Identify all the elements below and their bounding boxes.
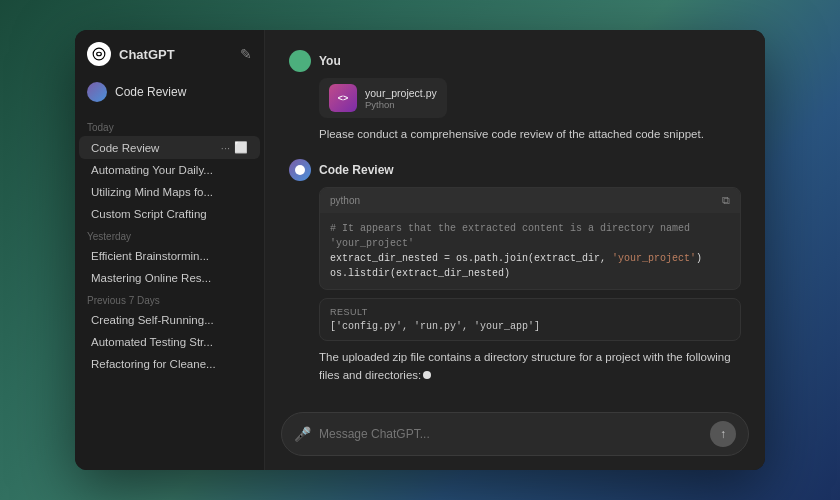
sidebar-item-icons: ··· ⬜: [221, 141, 248, 154]
sidebar-item-text: Utilizing Mind Maps fo...: [91, 186, 248, 198]
typing-cursor: [423, 371, 431, 379]
result-label: RESULT: [330, 307, 730, 317]
code-content: # It appears that the extracted content …: [320, 213, 740, 289]
sidebar-item-mastering[interactable]: Mastering Online Res...: [79, 267, 260, 289]
active-chat-avatar: [87, 82, 107, 102]
sidebar-item-self-running[interactable]: Creating Self-Running...: [79, 309, 260, 331]
bot-message-text: The uploaded zip file contains a directo…: [319, 349, 741, 384]
svg-point-0: [93, 48, 105, 60]
code-block-header: python ⧉: [320, 188, 740, 213]
send-button[interactable]: ↑: [710, 421, 736, 447]
main-content: You <> your_project.py Python Please con…: [265, 30, 765, 470]
user-avatar: [289, 50, 311, 72]
message-input[interactable]: [319, 427, 702, 441]
file-info: your_project.py Python: [365, 87, 437, 110]
sidebar-item-text: Efficient Brainstormin...: [91, 250, 248, 262]
sidebar-item-text: Mastering Online Res...: [91, 272, 248, 284]
user-message-group: You <> your_project.py Python Please con…: [289, 50, 741, 143]
sidebar-section-previous: Previous 7 Days Creating Self-Running...…: [75, 289, 264, 375]
bot-avatar: [289, 159, 311, 181]
active-chat-item[interactable]: Code Review: [75, 76, 264, 108]
sidebar-item-refactoring[interactable]: Refactoring for Cleane...: [79, 353, 260, 375]
more-icon[interactable]: ···: [221, 142, 230, 154]
sidebar-section-today: Today Code Review ··· ⬜ Automating Your …: [75, 116, 264, 225]
user-message-header: You: [289, 50, 741, 72]
bot-message-body: python ⧉ # It appears that the extracted…: [319, 187, 741, 384]
user-sender-name: You: [319, 54, 341, 68]
sidebar-item-automating[interactable]: Automating Your Daily...: [79, 159, 260, 181]
microphone-icon[interactable]: 🎤: [294, 426, 311, 442]
app-window: ChatGPT ✎ Code Review Today Code Review …: [75, 30, 765, 470]
file-name: your_project.py: [365, 87, 437, 99]
sidebar-item-text: Refactoring for Cleane...: [91, 358, 248, 370]
send-icon: ↑: [720, 427, 726, 441]
code-line-3: extract_dir_nested = os.path.join(extrac…: [330, 251, 730, 266]
file-attachment[interactable]: <> your_project.py Python: [319, 78, 447, 118]
code-line-4: os.listdir(extract_dir_nested): [330, 266, 730, 281]
sidebar-item-text: Automating Your Daily...: [91, 164, 248, 176]
bookmark-icon[interactable]: ⬜: [234, 141, 248, 154]
sidebar-item-text: Automated Testing Str...: [91, 336, 248, 348]
chat-area: You <> your_project.py Python Please con…: [265, 30, 765, 404]
section-label-previous: Previous 7 Days: [75, 289, 264, 309]
code-line-1: # It appears that the extracted content …: [330, 221, 730, 236]
code-line-2: 'your_project': [330, 236, 730, 251]
section-label-today: Today: [75, 116, 264, 136]
svg-point-1: [295, 165, 305, 175]
app-title: ChatGPT: [119, 47, 175, 62]
user-message-body: <> your_project.py Python Please conduct…: [319, 78, 741, 143]
section-label-yesterday: Yesterday: [75, 225, 264, 245]
result-block: RESULT ['config.py', 'run.py', 'your_app…: [319, 298, 741, 341]
sidebar-item-brainstorming[interactable]: Efficient Brainstormin...: [79, 245, 260, 267]
file-type-icon: <>: [329, 84, 357, 112]
sidebar-item-mindmaps[interactable]: Utilizing Mind Maps fo...: [79, 181, 260, 203]
copy-icon[interactable]: ⧉: [722, 194, 730, 207]
sidebar: ChatGPT ✎ Code Review Today Code Review …: [75, 30, 265, 470]
sidebar-item-text: Custom Script Crafting: [91, 208, 248, 220]
sidebar-item-code-review[interactable]: Code Review ··· ⬜: [79, 136, 260, 159]
edit-icon[interactable]: ✎: [240, 46, 252, 62]
sidebar-item-text: Code Review: [91, 142, 221, 154]
result-value: ['config.py', 'run.py', 'your_app']: [330, 321, 730, 332]
sidebar-header: ChatGPT ✎: [75, 42, 264, 76]
bot-message-group: Code Review python ⧉ # It appears that t…: [289, 159, 741, 384]
user-message-text: Please conduct a comprehensive code revi…: [319, 126, 741, 143]
bot-message-header: Code Review: [289, 159, 741, 181]
sidebar-section-yesterday: Yesterday Efficient Brainstormin... Mast…: [75, 225, 264, 289]
input-bar-wrapper: 🎤 ↑: [265, 404, 765, 470]
sidebar-item-automated-testing[interactable]: Automated Testing Str...: [79, 331, 260, 353]
sidebar-item-text: Creating Self-Running...: [91, 314, 248, 326]
sidebar-item-custom-script[interactable]: Custom Script Crafting: [79, 203, 260, 225]
input-bar: 🎤 ↑: [281, 412, 749, 456]
file-type: Python: [365, 99, 437, 110]
bot-sender-name: Code Review: [319, 163, 394, 177]
logo: ChatGPT: [87, 42, 175, 66]
code-block: python ⧉ # It appears that the extracted…: [319, 187, 741, 290]
chatgpt-logo-icon: [87, 42, 111, 66]
code-language: python: [330, 195, 360, 206]
active-chat-label: Code Review: [115, 85, 186, 99]
